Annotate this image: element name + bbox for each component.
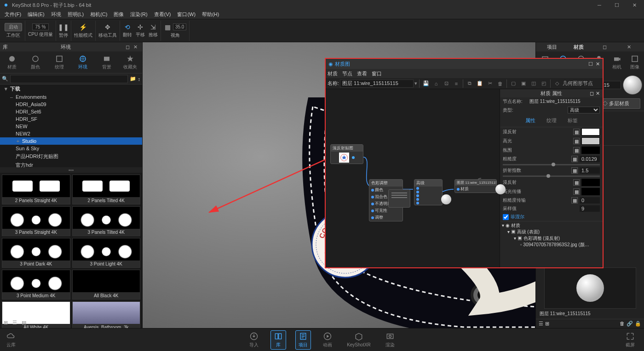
tab-material[interactable]: 材质 [0,51,24,73]
nodeb-icon[interactable]: ▣ [519,79,528,88]
home-icon[interactable]: ⌂ [431,79,441,88]
menu-lighting[interactable]: 照明(L) [65,11,86,18]
menu-render[interactable]: 渲染(R) [127,11,150,18]
color-swatch[interactable] [581,137,600,145]
tree-item[interactable]: HDRI_Set6 [0,108,142,115]
tab-color[interactable]: 颜色 [24,51,48,73]
project-tab-title[interactable]: 项目 [547,44,557,51]
search-input[interactable] [10,75,128,83]
picker-icon[interactable]: ▦ [573,138,580,144]
save-icon[interactable]: 💾 [421,79,431,88]
roughness-transfer-input[interactable] [580,197,600,204]
env-thumb[interactable]: 2 Panels Straight 4K [2,175,70,204]
samples-input[interactable] [580,205,600,212]
menu-environment[interactable]: 环境 [48,11,64,18]
rtab-image[interactable]: 图像 [626,51,644,74]
tree-material-row[interactable]: ▾ ◉ 材质 [502,222,601,229]
tree-item[interactable]: HDRI_SF [0,115,142,123]
folder-icon[interactable]: 📁 [130,76,136,82]
tab-background[interactable]: 背景 [95,51,119,73]
nodec-icon[interactable]: ◫ [529,79,538,88]
fresnel-checkbox[interactable] [503,214,509,220]
mgw-close-icon[interactable]: ✕ [596,61,600,67]
view-icon[interactable]: ▤ [20,319,28,326]
material-graph-window[interactable]: ◉材质图 ☐ ✕ 材质 节点 查看 窗口 名称: ▾ 💾 ⌂ ⊡ ≡ ⧉ 📋 ✂… [325,58,604,268]
node-adjust-detail[interactable] [388,189,410,208]
env-thumb[interactable]: Aversis_Bathroom_3k [72,301,141,328]
node-texture[interactable]: 漫反射贴图 [330,144,363,164]
library-button[interactable]: 库 [270,330,286,350]
env-thumb[interactable]: 3 Panels Tilted 4K [72,206,141,236]
undock-icon[interactable]: ◻ [124,44,132,50]
menu-window[interactable]: 窗口(W) [174,11,198,18]
node-advanced[interactable]: 高级 [414,179,443,205]
close-panel-icon[interactable]: ✕ [132,44,139,50]
project-button[interactable]: 项目 [295,330,311,350]
close-icon[interactable]: ✕ [596,91,600,96]
delete-icon[interactable]: 🗑 [495,79,505,88]
move-icon[interactable]: ✥ [104,23,112,31]
node-material-output[interactable]: 图层 11:wire_115115115 材质 [454,179,497,193]
tree-item[interactable]: 官方hdr [0,161,142,167]
animation-button[interactable]: 动画 [320,331,335,349]
tree-item[interactable]: HDRI_Asia09 [0,101,142,108]
picker-icon[interactable]: ▦ [573,129,580,135]
tree-item[interactable]: 产品HDRI灯光贴图 [0,152,142,161]
trash-icon[interactable]: 🗑 [620,321,625,327]
tree-environments[interactable]: –Environments [0,93,142,101]
import-button[interactable]: 导入 [247,331,261,349]
env-thumb[interactable]: All Black 4K [72,270,141,300]
menu-image[interactable]: 图像 [111,11,126,18]
geom-node-icon[interactable]: ◇ [552,79,562,88]
pan-icon[interactable]: ✢ [136,23,144,31]
tree-texture-row[interactable]: ▫ 3094707057878963S2.jpg (颜… [502,242,601,248]
picker-icon[interactable]: ▦ [571,167,578,174]
picker-icon[interactable]: ▦ [573,188,580,195]
cloud-library-button[interactable]: 云库 [4,331,18,349]
env-thumb[interactable]: 3 Point Medium 4K [2,270,70,300]
dropdown-icon[interactable]: ▾ [414,80,417,86]
picker-icon[interactable]: ▦ [573,147,580,153]
menu-help[interactable]: 帮助(H) [199,11,222,18]
tree-item-studio[interactable]: +Studio [0,137,142,145]
tree-item[interactable]: Sun & Sky [0,145,142,152]
subtab-texture[interactable]: 纹理 [545,116,558,125]
fit-icon[interactable]: ⊡ [442,79,451,88]
grid-view-icon[interactable]: ⊞ [545,321,549,327]
color-swatch[interactable] [581,188,600,195]
cpu-pct[interactable]: 75 % [32,23,49,30]
copy-icon[interactable]: ⧉ [465,79,474,88]
grid-icon[interactable]: ⊞ [2,319,9,326]
menu-view[interactable]: 查看(V) [151,11,174,18]
undock-icon[interactable]: ◻ [601,44,609,50]
tree-downloads[interactable]: ▾下载 [0,85,142,93]
rtab-camera[interactable]: 相机 [608,51,626,74]
flip-icon[interactable]: ⟲ [123,23,132,31]
env-thumb[interactable]: 3 Panels Straight 4K [2,206,70,236]
keyshotxr-button[interactable]: KeyShotXR [344,331,374,348]
list-icon[interactable]: ☰ [11,319,18,326]
tree-item[interactable]: NEW2 [0,130,142,137]
color-swatch[interactable] [581,179,600,186]
minimize-button[interactable]: ─ [592,2,606,8]
menu-file[interactable]: 文件(F) [2,11,24,18]
maximize-button[interactable]: ☐ [610,2,624,8]
start-button[interactable]: 启动 [5,23,22,31]
ior-input[interactable] [580,167,600,174]
cut-icon[interactable]: ✂ [485,79,494,88]
subtab-label[interactable]: 标签 [566,116,580,125]
mgw-menu-window[interactable]: 窗口 [372,70,382,77]
paste-icon[interactable]: 📋 [475,79,484,88]
persp-num[interactable]: 35.0 [173,23,186,30]
noded-icon[interactable]: ◰ [539,79,548,88]
mgw-name-input[interactable] [340,79,414,88]
pause-icon[interactable]: ❚❚ [59,23,68,31]
ior-slider[interactable] [503,176,600,177]
tab-texture[interactable]: 纹理 [47,51,71,73]
roughness-slider[interactable] [503,164,600,165]
geom-node-label[interactable]: 几何图形节点 [563,80,593,87]
tab-environment[interactable]: 环境 [71,51,95,73]
push-icon[interactable]: ⇲ [149,23,157,31]
subtab-props[interactable]: 属性 [523,116,537,125]
menu-camera[interactable]: 相机(C) [87,11,110,18]
